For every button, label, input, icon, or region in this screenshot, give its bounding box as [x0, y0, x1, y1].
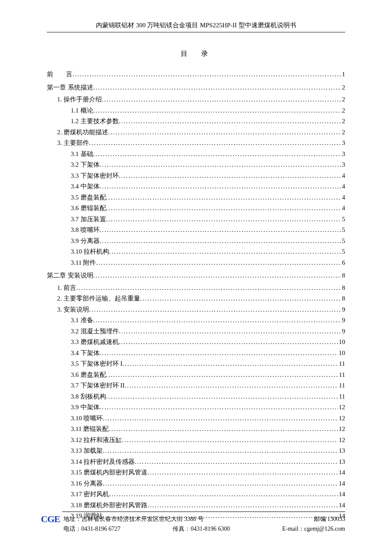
toc-entry-page: 10 — [338, 337, 345, 348]
toc-entry-page: 11 — [338, 391, 345, 402]
toc-entry-label: 3.11 磨辊装配 — [71, 424, 109, 435]
toc-entry-page: 3 — [341, 149, 346, 160]
toc-entry: 3.17 密封风机14 — [47, 489, 345, 500]
toc-leader-dots — [140, 293, 341, 304]
toc-leader-dots — [93, 105, 341, 116]
toc-entry-label: 3.12 拉杆和液压缸 — [71, 435, 122, 446]
toc-entry: 3.3 下架体密封环4 — [47, 171, 345, 182]
toc-leader-dots — [103, 445, 338, 457]
toc-entry-label: 3.3 磨煤机减速机 — [71, 337, 119, 348]
toc-entry: 3.1 基础3 — [47, 149, 345, 160]
toc-entry: 3.5 下架体密封环 I11 — [47, 358, 345, 370]
toc-entry: 3.11 磨辊装配12 — [47, 424, 345, 435]
toc-entry-label: 3.4 中架体 — [71, 181, 100, 192]
toc-entry-label: 3.9 分离器 — [71, 236, 100, 247]
toc-leader-dots — [109, 424, 338, 435]
toc-entry: 3.8 刮板机构11 — [47, 391, 345, 402]
toc-entry-label: 3.18 磨煤机外部密封风管路 — [71, 500, 147, 511]
toc-entry-label: 3.4 下架体 — [71, 348, 100, 359]
toc-entry: 3.9 中架体12 — [47, 402, 345, 413]
toc-entry: 3.9 分离器5 — [47, 236, 345, 247]
toc-entry-page: 4 — [341, 181, 346, 192]
toc-entry-label: 3.10 拉杆机构 — [71, 246, 109, 257]
toc-entry: 3.11 附件6 — [47, 257, 345, 269]
toc-entry-page: 12 — [338, 424, 345, 435]
toc-entry-page: 5 — [341, 214, 346, 225]
toc-entry-label: 3.8 刮板机构 — [71, 391, 106, 402]
toc-entry-label: 3.5 下架体密封环 I — [71, 358, 122, 370]
toc-leader-dots — [119, 171, 341, 182]
toc-leader-dots — [89, 304, 341, 315]
toc-leader-dots — [100, 236, 341, 247]
toc-entry-label: 3. 主要部件 — [57, 138, 89, 149]
toc-entry-page: 9 — [341, 326, 346, 337]
toc-entry-label: 第一章 系统描述 — [47, 82, 93, 93]
toc-title: 目 录 — [47, 49, 345, 58]
toc-entry: 2. 磨煤机功能描述2 — [47, 127, 345, 138]
toc-leader-dots — [109, 246, 341, 257]
toc-entry: 3.3 磨煤机减速机10 — [47, 337, 345, 348]
toc-leader-dots — [93, 149, 341, 160]
toc-entry-page: 13 — [338, 445, 345, 457]
toc-entry-page: 9 — [341, 315, 346, 326]
toc-entry-page: 14 — [338, 500, 345, 511]
toc-entry: 3. 主要部件3 — [47, 138, 345, 149]
toc-entry-page: 9 — [341, 304, 346, 315]
toc-entry: 第一章 系统描述2 — [47, 82, 345, 93]
page-header: 内蒙锦联铝材 300 万吨铝镁合金项目 MPS225HP-II 型中速磨煤机说明… — [47, 21, 345, 32]
toc-entry: 3.7 下架体密封环 II11 — [47, 380, 345, 391]
toc-entry-page: 3 — [341, 138, 346, 149]
toc-entry-page: 2 — [341, 127, 346, 138]
toc-leader-dots — [119, 337, 338, 348]
toc-leader-dots — [122, 358, 338, 370]
toc-leader-dots — [109, 489, 338, 500]
toc-leader-dots — [119, 326, 341, 337]
footer-address: 地址：吉林省长春市经济技术开发区世纪大街 3388 号 — [63, 515, 204, 524]
toc-leader-dots — [103, 478, 338, 489]
toc-entry: 3. 安装说明9 — [47, 304, 345, 315]
toc-leader-dots — [124, 380, 338, 391]
toc-entry: 2. 主要零部件运输、起吊重量8 — [47, 293, 345, 304]
toc-entry: 3.16 分离器14 — [47, 478, 345, 489]
toc-entry-label: 1. 操作手册介绍 — [57, 94, 102, 105]
page-footer: CGE 地址：吉林省长春市经济技术开发区世纪大街 3388 号 邮编 13003… — [41, 512, 345, 534]
toc-entry: 第二章 安装说明8 — [47, 270, 345, 281]
toc-entry: 3.12 拉杆和液压缸12 — [47, 435, 345, 446]
toc-entry: 3.6 磨辊装配4 — [47, 203, 345, 214]
footer-zip: 邮编 130033 — [314, 515, 346, 524]
toc-entry-label: 3.5 磨盘装配 — [71, 192, 106, 203]
toc-entry-label: 2. 主要零部件运输、起吊重量 — [57, 293, 140, 304]
toc-entry: 1.1 概论2 — [47, 105, 345, 116]
toc-leader-dots — [76, 283, 341, 294]
toc-entry-page: 8 — [341, 283, 346, 294]
toc-entry: 3.4 中架体4 — [47, 181, 345, 192]
toc-leader-dots — [106, 391, 338, 402]
toc-entry-label: 3.10 喷嘴环 — [71, 413, 103, 424]
toc-entry: 3.10 拉杆机构5 — [47, 246, 345, 257]
toc-leader-dots — [93, 82, 341, 93]
toc-entry: 前 言1 — [47, 69, 345, 80]
toc-leader-dots — [106, 214, 341, 225]
toc-entry-page: 2 — [341, 105, 346, 116]
toc-entry: 3.6 磨盘装配11 — [47, 370, 345, 381]
footer-fax: 传真：0431-8196 6300 — [173, 524, 230, 534]
toc-leader-dots — [96, 257, 341, 269]
toc-entry: 3.5 磨盘装配4 — [47, 192, 345, 203]
toc-leader-dots — [93, 270, 341, 281]
toc-leader-dots — [89, 138, 341, 149]
toc-entry-label: 3.15 磨煤机内部密封风管道 — [71, 467, 147, 478]
toc-entry: 3.13 加载架13 — [47, 445, 345, 457]
toc-entry-page: 4 — [341, 192, 346, 203]
toc-entry: 3.15 磨煤机内部密封风管道14 — [47, 467, 345, 478]
toc-leader-dots — [100, 348, 338, 359]
toc-entry: 3.2 混凝土预埋件9 — [47, 326, 345, 337]
toc-entry-label: 3. 安装说明 — [57, 304, 89, 315]
toc-entry-page: 2 — [341, 94, 346, 105]
toc-entry-label: 前 言 — [47, 69, 72, 80]
toc-entry: 3.4 下架体10 — [47, 348, 345, 359]
toc-entry-label: 3.1 基础 — [71, 149, 93, 160]
toc-leader-dots — [122, 435, 338, 446]
toc-leader-dots — [108, 127, 341, 138]
toc-entry-label: 3.11 附件 — [71, 257, 96, 269]
toc-entry-label: 3.7 下架体密封环 II — [71, 380, 124, 391]
